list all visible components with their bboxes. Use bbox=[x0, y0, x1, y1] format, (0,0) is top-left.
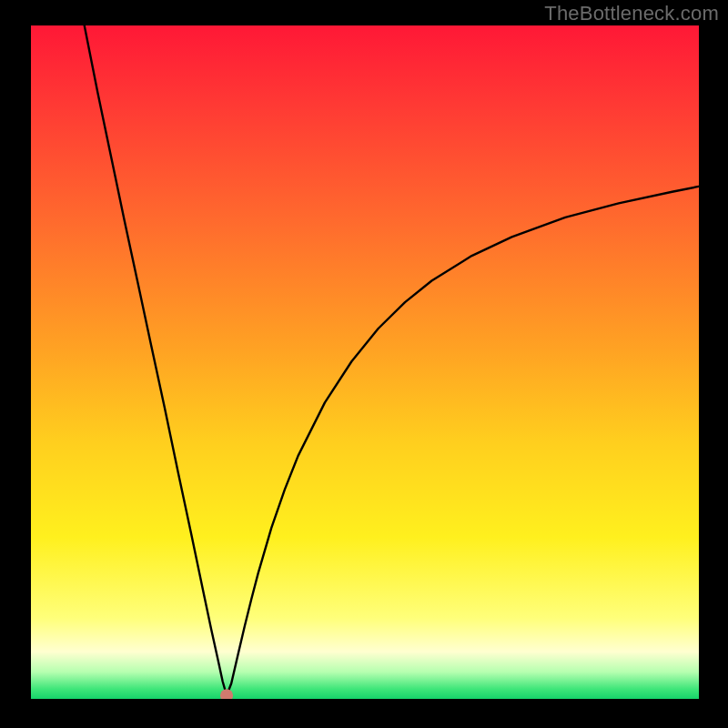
watermark-text: TheBottleneck.com bbox=[544, 2, 719, 25]
bottleneck-chart bbox=[31, 25, 699, 699]
chart-frame: TheBottleneck.com bbox=[0, 0, 728, 728]
gradient-background bbox=[31, 25, 699, 699]
